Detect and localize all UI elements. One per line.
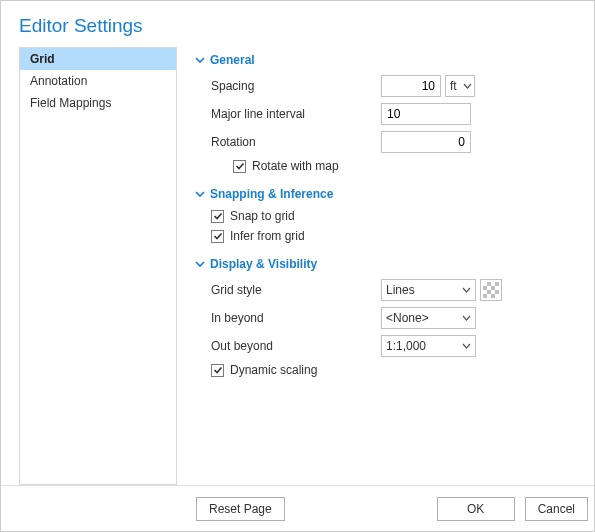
cancel-button[interactable]: Cancel <box>525 497 588 521</box>
editor-settings-dialog: Editor Settings Grid Annotation Field Ma… <box>0 0 595 532</box>
section-title: Display & Visibility <box>210 257 317 271</box>
grid-color-swatch[interactable] <box>480 279 502 301</box>
combo-value: Lines <box>386 283 462 297</box>
in-beyond-combo[interactable]: <None> <box>381 307 476 329</box>
controls-major-line-interval <box>381 103 471 125</box>
label-rotation: Rotation <box>211 135 381 149</box>
dialog-footer: Reset Page OK Cancel <box>1 485 594 531</box>
row-out-beyond: Out beyond 1:1,000 <box>195 335 588 357</box>
grid-style-combo[interactable]: Lines <box>381 279 476 301</box>
sidebar-item-annotation[interactable]: Annotation <box>20 70 176 92</box>
label-out-beyond: Out beyond <box>211 339 381 353</box>
row-grid-style: Grid style Lines <box>195 279 588 301</box>
label-infer-from-grid: Infer from grid <box>230 229 305 243</box>
reset-page-button[interactable]: Reset Page <box>196 497 285 521</box>
ok-button[interactable]: OK <box>437 497 515 521</box>
combo-value: 1:1,000 <box>386 339 462 353</box>
dialog-title: Editor Settings <box>1 1 594 47</box>
sidebar-item-label: Annotation <box>30 74 87 88</box>
controls-in-beyond: <None> <box>381 307 476 329</box>
row-spacing: Spacing ft <box>195 75 588 97</box>
label-spacing: Spacing <box>211 79 381 93</box>
label-grid-style: Grid style <box>211 283 381 297</box>
row-dynamic-scaling: Dynamic scaling <box>195 363 588 377</box>
combo-value: <None> <box>386 311 462 325</box>
sidebar-item-grid[interactable]: Grid <box>20 48 176 70</box>
row-major-line-interval: Major line interval <box>195 103 588 125</box>
spacing-unit-combo[interactable]: ft <box>445 75 475 97</box>
sidebar-item-label: Field Mappings <box>30 96 111 110</box>
label-snap-to-grid: Snap to grid <box>230 209 295 223</box>
row-infer-from-grid: Infer from grid <box>195 229 588 243</box>
controls-grid-style: Lines <box>381 279 502 301</box>
major-line-interval-input[interactable] <box>381 103 471 125</box>
section-header-general[interactable]: General <box>195 53 588 67</box>
rotation-input[interactable] <box>381 131 471 153</box>
row-rotation: Rotation <box>195 131 588 153</box>
snap-to-grid-checkbox[interactable] <box>211 210 224 223</box>
section-title: General <box>210 53 255 67</box>
label-dynamic-scaling: Dynamic scaling <box>230 363 317 377</box>
controls-spacing: ft <box>381 75 475 97</box>
unit-value: ft <box>450 79 457 93</box>
section-title: Snapping & Inference <box>210 187 333 201</box>
dialog-body: Grid Annotation Field Mappings General S… <box>1 47 594 485</box>
out-beyond-combo[interactable]: 1:1,000 <box>381 335 476 357</box>
settings-content: General Spacing ft Major line interval <box>177 47 594 485</box>
section-header-display[interactable]: Display & Visibility <box>195 257 588 271</box>
spacing-input[interactable] <box>381 75 441 97</box>
row-rotate-with-map: Rotate with map <box>195 159 588 173</box>
infer-from-grid-checkbox[interactable] <box>211 230 224 243</box>
sidebar-item-field-mappings[interactable]: Field Mappings <box>20 92 176 114</box>
section-header-snapping[interactable]: Snapping & Inference <box>195 187 588 201</box>
row-in-beyond: In beyond <None> <box>195 307 588 329</box>
rotate-with-map-checkbox[interactable] <box>233 160 246 173</box>
chevron-down-icon <box>195 259 205 269</box>
label-in-beyond: In beyond <box>211 311 381 325</box>
label-rotate-with-map: Rotate with map <box>252 159 339 173</box>
sidebar-item-label: Grid <box>30 52 55 66</box>
chevron-down-icon <box>462 287 471 293</box>
label-major-line-interval: Major line interval <box>211 107 381 121</box>
category-sidebar: Grid Annotation Field Mappings <box>19 47 177 485</box>
chevron-down-icon <box>462 315 471 321</box>
chevron-down-icon <box>463 83 472 89</box>
checker-icon <box>483 282 499 298</box>
chevron-down-icon <box>195 55 205 65</box>
controls-rotation <box>381 131 471 153</box>
chevron-down-icon <box>195 189 205 199</box>
controls-out-beyond: 1:1,000 <box>381 335 476 357</box>
row-snap-to-grid: Snap to grid <box>195 209 588 223</box>
chevron-down-icon <box>462 343 471 349</box>
dynamic-scaling-checkbox[interactable] <box>211 364 224 377</box>
